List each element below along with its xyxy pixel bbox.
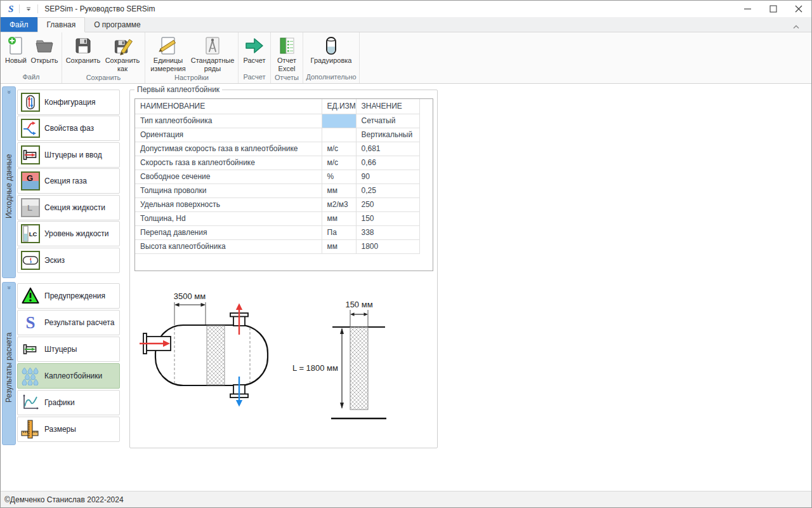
dimensions-icon bbox=[21, 420, 40, 439]
sidebar-group-input-data[interactable]: » Исходные данные bbox=[2, 86, 16, 278]
sidebar-item-mist-eliminators[interactable]: Каплеотбойники bbox=[17, 363, 120, 389]
cell-name[interactable]: Скорость газа в каплеотбойнике bbox=[135, 156, 322, 170]
sidebar-item-gas-section[interactable]: G Секция газа bbox=[17, 168, 120, 194]
cell-unit[interactable]: м2/м3 bbox=[322, 197, 356, 211]
sidebar-item-phase-properties[interactable]: Свойства фаз bbox=[17, 116, 120, 141]
sidebar-item-liquid-section[interactable]: L Секция жидкости bbox=[17, 195, 120, 220]
sidebar-item-label: Секция газа bbox=[44, 177, 87, 185]
cell-value[interactable]: 0,66 bbox=[356, 156, 419, 170]
sidebar-group-title: Результаты расчета bbox=[4, 291, 13, 444]
groupbox-title: Первый каплеотбойник bbox=[134, 85, 222, 94]
cell-unit[interactable]: м/с bbox=[322, 142, 356, 156]
cell-value[interactable]: Вертикальный bbox=[356, 128, 419, 142]
sidebar-item-charts[interactable]: Графики bbox=[17, 390, 120, 415]
sidebar-item-label: Размеры bbox=[44, 425, 76, 434]
cell-value[interactable]: 250 bbox=[356, 197, 419, 211]
cell-unit[interactable]: мм bbox=[322, 184, 356, 197]
sidebar-item-dimensions[interactable]: Размеры bbox=[17, 417, 120, 442]
cell-name[interactable]: Тип каплеотбойника bbox=[135, 114, 322, 128]
sidebar-group-results[interactable]: » Результаты расчета bbox=[2, 282, 16, 445]
tab-home[interactable]: Главная bbox=[37, 17, 86, 32]
calculate-button[interactable]: Расчет bbox=[240, 35, 268, 65]
table-row: Допустимая скорость газа в каплеотбойник… bbox=[135, 142, 419, 156]
results-icon: S bbox=[21, 313, 40, 332]
mist-eliminators-icon bbox=[21, 366, 40, 385]
cell-value[interactable]: 338 bbox=[356, 225, 419, 239]
ribbon-group-label: Отчеты bbox=[273, 73, 301, 83]
cell-value[interactable]: 90 bbox=[356, 170, 419, 184]
charts-icon bbox=[21, 393, 40, 412]
minimize-icon bbox=[744, 5, 752, 13]
cell-value[interactable]: 0,25 bbox=[356, 184, 419, 197]
cell-value[interactable]: 1800 bbox=[356, 239, 419, 253]
cell-unit-selected[interactable] bbox=[322, 114, 356, 128]
sidebar-item-label: Штуцеры bbox=[44, 345, 77, 354]
standard-series-icon bbox=[202, 36, 223, 56]
chevron-up-icon bbox=[792, 24, 800, 30]
collapse-chevron-icon[interactable]: » bbox=[6, 286, 12, 290]
mist-eliminator-diagram: 3500 мм bbox=[130, 274, 438, 449]
sidebar-item-liquid-level[interactable]: LC Уровень жидкости bbox=[17, 221, 120, 246]
cell-unit[interactable]: м/с bbox=[322, 156, 356, 170]
excel-report-button[interactable]: Отчет Excel bbox=[273, 35, 301, 73]
sidebar-item-nozzles-inlet[interactable]: Штуцеры и ввод bbox=[17, 142, 120, 168]
cell-unit[interactable]: мм bbox=[322, 211, 356, 225]
graduation-button[interactable]: Градуировка bbox=[305, 35, 357, 65]
save-button[interactable]: Сохранить bbox=[64, 35, 102, 65]
cell-unit[interactable]: Па bbox=[322, 225, 356, 239]
cell-value[interactable]: 150 bbox=[356, 211, 419, 225]
cell-name[interactable]: Удельная поверхность bbox=[135, 197, 322, 211]
table-row: Высота каплеотбойника мм 1800 bbox=[135, 239, 419, 253]
configuration-icon bbox=[21, 93, 40, 112]
cell-unit[interactable]: мм bbox=[322, 239, 356, 253]
close-button[interactable] bbox=[786, 1, 811, 17]
cell-name[interactable]: Допустимая скорость газа в каплеотбойник… bbox=[135, 142, 322, 156]
cell-unit[interactable]: % bbox=[322, 170, 356, 184]
column-header-name: НАИМЕНОВАНИЕ bbox=[135, 99, 322, 114]
cell-name[interactable]: Толщина проволки bbox=[135, 184, 322, 197]
ribbon-group-save: Сохранить Сохранить как bbox=[62, 32, 145, 83]
cell-name[interactable]: Ориентация bbox=[135, 128, 322, 142]
graduation-icon bbox=[321, 36, 341, 56]
sidebar-item-warnings[interactable]: Предупреждения bbox=[17, 283, 120, 309]
measurement-units-button[interactable]: Единицы измерения bbox=[147, 35, 189, 73]
cell-name[interactable]: Высота каплеотбойника bbox=[135, 239, 322, 253]
sidebar-item-results[interactable]: S Результаты расчета bbox=[17, 310, 120, 335]
cell-value[interactable]: 0,681 bbox=[356, 142, 419, 156]
liquid-section-icon: L bbox=[21, 198, 40, 217]
close-icon bbox=[795, 5, 802, 13]
tab-about[interactable]: О программе bbox=[85, 17, 149, 32]
ribbon-collapse-button[interactable] bbox=[792, 17, 800, 32]
new-button[interactable]: Новый bbox=[3, 35, 29, 65]
table-row: Толщина проволки мм 0,25 bbox=[135, 184, 419, 197]
cell-name[interactable]: Перепад давления bbox=[135, 225, 322, 239]
open-button[interactable]: Открыть bbox=[29, 35, 60, 65]
sidebar-item-sketch[interactable]: Эскиз bbox=[17, 248, 120, 273]
standard-series-button[interactable]: Стандартные ряды bbox=[189, 35, 236, 73]
collapse-chevron-icon[interactable]: » bbox=[6, 90, 12, 94]
window-title: SEPSim - Руководство SERSim bbox=[44, 4, 155, 13]
cell-name[interactable]: Свободное сечение bbox=[135, 170, 322, 184]
cell-value[interactable]: Сетчатый bbox=[356, 114, 419, 128]
sidebar-item-configuration[interactable]: Конфигурация bbox=[17, 90, 120, 115]
maximize-button[interactable] bbox=[761, 1, 786, 17]
parameters-table: НАИМЕНОВАНИЕ ЕД.ИЗМ. ЗНАЧЕНИЕ Тип каплео… bbox=[135, 99, 420, 254]
maximize-icon bbox=[769, 5, 777, 13]
client-area: » Исходные данные Конфигурация bbox=[1, 84, 811, 491]
cell-name[interactable]: Толщина, Hd bbox=[135, 211, 322, 225]
parameters-table-container: НАИМЕНОВАНИЕ ЕД.ИЗМ. ЗНАЧЕНИЕ Тип каплео… bbox=[134, 98, 433, 271]
table-row: Толщина, Hd мм 150 bbox=[135, 211, 419, 225]
cell-unit[interactable] bbox=[322, 128, 356, 142]
save-as-button[interactable]: Сохранить как bbox=[102, 35, 143, 73]
application-window: S SEPSim - Руководство SERSim Файл Главн… bbox=[0, 0, 812, 508]
warnings-icon bbox=[21, 286, 40, 305]
tab-file[interactable]: Файл bbox=[1, 17, 37, 32]
sidebar-item-nozzles[interactable]: Штуцеры bbox=[17, 337, 120, 362]
mist-eliminator-groupbox: Первый каплеотбойник НАИМЕНОВАНИЕ ЕД.ИЗМ… bbox=[129, 90, 438, 448]
sidebar-group-title: Исходные данные bbox=[4, 95, 13, 277]
pad-height-label: L = 1800 мм bbox=[292, 363, 338, 373]
quick-access-dropdown-icon[interactable] bbox=[25, 6, 32, 12]
sidebar-item-label: Свойства фаз bbox=[44, 124, 94, 133]
minimize-button[interactable] bbox=[735, 1, 761, 17]
ribbon-group-settings: Единицы измерения Стандартные ряды Настр… bbox=[145, 32, 239, 83]
